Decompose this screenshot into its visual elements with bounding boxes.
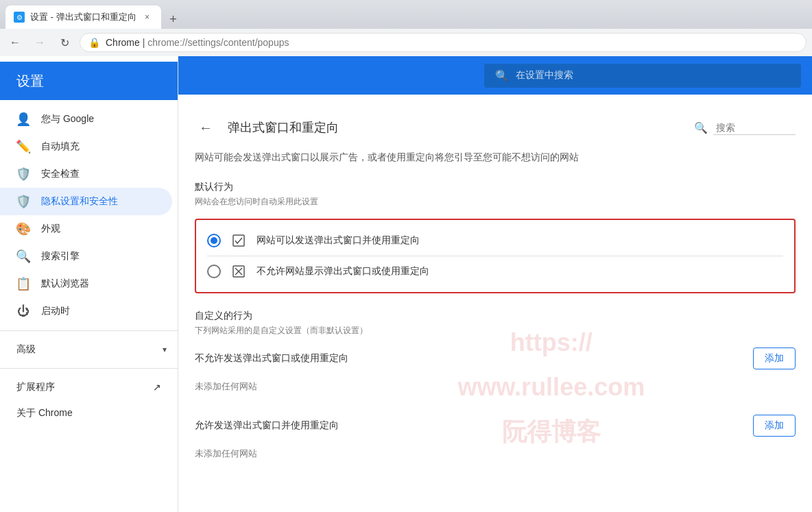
add-block-button[interactable]: 添加 (753, 348, 796, 369)
sidebar-item-search[interactable]: 🔍 搜索引擎 (0, 243, 172, 270)
allow-option[interactable]: 网站可以发送弹出式窗口并使用重定向 (207, 225, 783, 256)
block-option[interactable]: 不允许网站显示弹出式窗口或使用重定向 (207, 256, 783, 287)
tab-title: 设置 - 弹出式窗口和重定向 (30, 11, 136, 23)
lock-icon: 🔒 (88, 37, 100, 48)
palette-icon: 🎨 (16, 222, 30, 236)
header-left: ← 弹出式窗口和重定向 (195, 117, 339, 138)
edit-icon: ✏️ (16, 140, 30, 154)
sidebar-label-google: 您与 Google (41, 113, 94, 125)
page-header: ← 弹出式窗口和重定向 🔍 (195, 111, 796, 149)
content-search-input[interactable] (713, 121, 796, 135)
back-button[interactable]: ← (195, 117, 217, 138)
back-button[interactable]: ← (5, 33, 25, 52)
sidebar-item-safety[interactable]: 🛡️ 安全检查 (0, 160, 172, 188)
sidebar-header: 设置 (0, 62, 178, 100)
sidebar-label-browser: 默认浏览器 (41, 278, 89, 290)
sidebar-item-google[interactable]: 👤 您与 Google (0, 106, 172, 133)
content-top-bar: 🔍 在设置中搜索 (178, 56, 812, 95)
settings-page: 设置 👤 您与 Google ✏️ 自动填充 🛡️ 安全检查 🛡️ 隐私设置和安… (0, 56, 812, 512)
address-path: chrome://settings/content/popups (147, 37, 289, 48)
sidebar-item-appearance[interactable]: 🎨 外观 (0, 215, 172, 243)
content-search: 🔍 (694, 121, 796, 135)
sidebar-label-startup: 启动时 (41, 305, 70, 317)
block-radio[interactable] (207, 265, 221, 278)
extensions-label: 扩展程序 (16, 381, 55, 393)
advanced-label: 高级 (16, 343, 36, 356)
browser-window: ⚙ 设置 - 弹出式窗口和重定向 × + ← → ↻ 🔒 Chrome | ch… (0, 0, 812, 56)
brand-text: Chrome (106, 37, 140, 48)
settings-title: 设置 (16, 72, 44, 90)
sidebar: 设置 👤 您与 Google ✏️ 自动填充 🛡️ 安全检查 🛡️ 隐私设置和安… (0, 56, 178, 512)
header-search-icon: 🔍 (495, 69, 509, 82)
address-bar[interactable]: 🔒 Chrome | chrome://settings/content/pop… (80, 33, 807, 52)
external-link-icon: ↗ (153, 382, 161, 393)
refresh-button[interactable]: ↻ (55, 33, 74, 52)
custom-sub: 下列网站采用的是自定义设置（而非默认设置） (195, 325, 796, 337)
content-body: ← 弹出式窗口和重定向 🔍 https://www.rullee.com阮得博客… (178, 95, 812, 504)
browser-chrome: ⚙ 设置 - 弹出式窗口和重定向 × + (0, 0, 812, 29)
sidebar-item-browser[interactable]: 📋 默认浏览器 (0, 270, 172, 297)
allow-list-title: 允许发送弹出式窗口并使用重定向 (195, 419, 339, 432)
expand-icon: ▾ (163, 345, 167, 354)
custom-behavior-section: 自定义的行为 下列网站采用的是自定义设置（而非默认设置） 不允许发送弹出式窗口或… (195, 310, 796, 465)
sidebar-item-startup[interactable]: ⏻ 启动时 (0, 297, 172, 325)
allow-list-empty: 未添加任何网站 (195, 442, 796, 465)
default-behavior-title: 默认行为 (195, 181, 796, 193)
content-area: https://www.rullee.com阮得博客 网站可能会发送弹出式窗口以… (195, 149, 796, 465)
custom-title: 自定义的行为 (195, 310, 796, 322)
search-icon: 🔍 (16, 249, 30, 263)
active-tab[interactable]: ⚙ 设置 - 弹出式窗口和重定向 × (5, 5, 161, 29)
main-content: 🔍 在设置中搜索 ← 弹出式窗口和重定向 🔍 https://www. (178, 56, 812, 512)
sidebar-label-privacy: 隐私设置和安全性 (41, 195, 118, 208)
block-icon (232, 265, 246, 278)
tab-favicon: ⚙ (14, 12, 25, 23)
tab-bar: ⚙ 设置 - 弹出式窗口和重定向 × + (0, 5, 812, 29)
nav-bar: ← → ↻ 🔒 Chrome | chrome://settings/conte… (0, 29, 812, 56)
sidebar-label-safety: 安全检查 (41, 168, 80, 180)
tab-close-button[interactable]: × (142, 12, 153, 23)
sidebar-label-search: 搜索引擎 (41, 250, 80, 263)
sidebar-item-extensions[interactable]: 扩展程序 ↗ (0, 374, 172, 400)
sidebar-item-autofill[interactable]: ✏️ 自动填充 (0, 133, 172, 160)
block-label: 不允许网站显示弹出式窗口或使用重定向 (256, 265, 429, 278)
allow-label: 网站可以发送弹出式窗口并使用重定向 (256, 234, 420, 247)
address-text: Chrome | chrome://settings/content/popup… (106, 37, 798, 48)
block-list-header: 不允许发送弹出式窗口或使用重定向 添加 (195, 348, 796, 369)
sidebar-label-autofill: 自动填充 (41, 141, 80, 153)
shield-check-icon: 🛡️ (16, 167, 30, 181)
page-title: 弹出式窗口和重定向 (228, 119, 339, 136)
block-list-empty: 未添加任何网站 (195, 375, 796, 398)
block-list-title: 不允许发送弹出式窗口或使用重定向 (195, 352, 348, 365)
allow-radio[interactable] (207, 234, 221, 247)
browser-icon: 📋 (16, 277, 30, 291)
header-search-placeholder: 在设置中搜索 (516, 69, 573, 82)
default-behavior-sub: 网站会在您访问时自动采用此设置 (195, 196, 796, 208)
sidebar-item-privacy[interactable]: 🛡️ 隐私设置和安全性 (0, 188, 172, 215)
svg-rect-0 (233, 235, 244, 246)
allow-list-header: 允许发送弹出式窗口并使用重定向 添加 (195, 415, 796, 437)
sidebar-item-advanced[interactable]: 高级 ▾ (0, 337, 178, 363)
block-list-section: 不允许发送弹出式窗口或使用重定向 添加 未添加任何网站 (195, 348, 796, 398)
default-behavior-section: 默认行为 网站会在您访问时自动采用此设置 (195, 181, 796, 293)
person-icon: 👤 (16, 112, 30, 126)
sidebar-item-about[interactable]: 关于 Chrome (0, 400, 172, 426)
new-tab-button[interactable]: + (164, 10, 183, 29)
radio-options-box: 网站可以发送弹出式窗口并使用重定向 (195, 219, 796, 293)
add-allow-button[interactable]: 添加 (753, 415, 796, 437)
content-search-icon: 🔍 (694, 121, 708, 134)
forward-button[interactable]: → (30, 33, 49, 52)
allow-list-section: 允许发送弹出式窗口并使用重定向 添加 未添加任何网站 (195, 415, 796, 465)
shield-icon: 🛡️ (16, 195, 30, 208)
about-label: 关于 Chrome (16, 407, 73, 419)
sidebar-divider-2 (0, 368, 178, 369)
header-search-box[interactable]: 🔍 在设置中搜索 (484, 64, 801, 88)
allow-icon (232, 234, 246, 247)
power-icon: ⏻ (16, 304, 30, 318)
description: 网站可能会发送弹出式窗口以展示广告，或者使用重定向将您引导至您可能不想访问的网站 (195, 149, 796, 164)
sidebar-label-appearance: 外观 (41, 223, 60, 235)
sidebar-divider (0, 330, 178, 331)
